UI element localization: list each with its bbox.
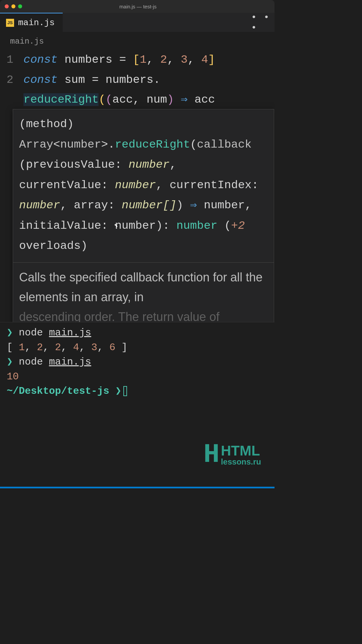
- editor[interactable]: 1const numbers = [1, 2, 3, 4]2const sum …: [0, 49, 275, 110]
- signature-token: number[]: [122, 199, 176, 212]
- terminal-line: [ 1, 2, 2, 4, 3, 6 ]: [7, 340, 268, 355]
- line-number: 2: [0, 70, 23, 90]
- code-token: ]: [208, 53, 215, 66]
- signature-token: (: [190, 138, 197, 151]
- watermark-subtitle: lessons.ru: [221, 458, 261, 466]
- signature-token: Array: [19, 138, 53, 151]
- signature-token: (previousValue:: [19, 158, 128, 171]
- code-token: numbers: [64, 53, 119, 66]
- signature-token: callback: [197, 138, 252, 151]
- code-token: ): [167, 93, 174, 106]
- code-token: 4: [201, 53, 208, 66]
- terminal-prompt-icon: ❯: [7, 356, 13, 368]
- watermark-logo-icon: H: [203, 441, 217, 468]
- close-window-button[interactable]: [5, 4, 9, 8]
- hover-description: Calls the specified callback function fo…: [13, 262, 274, 328]
- code-content[interactable]: reduceRight((acc, num) ⇒ acc: [23, 90, 275, 110]
- signature-token: reduceRight: [115, 138, 190, 151]
- signature-token: number: [176, 219, 217, 232]
- code-token: ⇒: [181, 93, 187, 106]
- signature-token: ⇒: [190, 199, 197, 212]
- terminal-line: ❯ node main.js: [7, 326, 268, 340]
- signature-token: +2: [231, 219, 245, 232]
- signature-token: >.: [101, 138, 115, 151]
- hover-signature: (method) Array<number>.reduceRight(callb…: [13, 109, 274, 262]
- status-bar[interactable]: [0, 487, 275, 488]
- tabbar-fill: [63, 13, 251, 32]
- terminal-filename: main.js: [49, 356, 91, 368]
- terminal-prompt-icon: ❯: [7, 327, 13, 338]
- terminal-output: 10: [7, 371, 19, 382]
- terminal-prompt-icon: ❯: [115, 385, 121, 397]
- code-content[interactable]: const sum = numbers.: [23, 70, 275, 90]
- tab-overflow-button[interactable]: • • •: [251, 13, 275, 32]
- code-token: ,: [146, 53, 160, 66]
- code-token: 3: [181, 53, 187, 66]
- hover-description-text: Calls the specified callback function fo…: [19, 267, 268, 307]
- signature-token: number: [19, 199, 60, 212]
- watermark: H HTML lessons.ru: [203, 441, 261, 468]
- code-token: acc: [188, 93, 222, 106]
- terminal-command: node: [19, 327, 49, 338]
- terminal-line: ~/Desktop/test-js ❯: [7, 384, 268, 399]
- titlebar: main.js — test-js: [0, 0, 275, 13]
- tab-main-js[interactable]: JS main.js: [0, 13, 63, 32]
- terminal-line: 10: [7, 370, 268, 384]
- terminal-line: ❯ node main.js: [7, 355, 268, 370]
- code-token: ,: [167, 53, 181, 66]
- tab-label: main.js: [18, 18, 55, 28]
- code-line[interactable]: 1const numbers = [1, 2, 3, 4]: [0, 50, 275, 70]
- terminal-output: [ 1, 2, 2, 4, 3, 6 ]: [7, 342, 127, 353]
- signature-token: , currentIndex:: [156, 179, 258, 192]
- breadcrumb-file: main.js: [10, 37, 44, 46]
- maximize-window-button[interactable]: [18, 4, 22, 8]
- code-token: 2: [160, 53, 167, 66]
- window-title: main.js — test-js: [22, 4, 254, 9]
- code-token: [174, 93, 181, 106]
- javascript-icon: JS: [6, 19, 14, 27]
- code-token: =: [119, 53, 133, 66]
- line-number: [0, 90, 23, 110]
- code-token: ,: [188, 53, 201, 66]
- breadcrumb[interactable]: main.js: [0, 32, 275, 49]
- line-number: 1: [0, 50, 23, 70]
- code-token: [: [133, 53, 139, 66]
- signature-token: (method): [19, 118, 74, 130]
- code-token: = numbers.: [92, 73, 160, 86]
- signature-token: <: [53, 138, 60, 151]
- signature-token: overloads): [19, 239, 87, 252]
- watermark-text: HTML lessons.ru: [221, 444, 261, 466]
- signature-token: , array:: [60, 199, 122, 212]
- traffic-lights: [5, 4, 22, 8]
- tab-bar: JS main.js • • •: [0, 13, 275, 32]
- watermark-title: HTML: [221, 444, 261, 458]
- terminal-cwd: ~/Desktop/test-js: [7, 385, 115, 397]
- code-token: (: [99, 93, 105, 106]
- terminal-cursor[interactable]: [123, 386, 127, 396]
- signature-token: ): [176, 199, 190, 212]
- hover-tooltip[interactable]: (method) Array<number>.reduceRight(callb…: [13, 109, 274, 329]
- signature-token: number: [128, 158, 169, 171]
- code-token: reduceRight: [23, 93, 99, 106]
- signature-token: number: [115, 179, 156, 192]
- signature-token: number: [60, 138, 101, 151]
- code-token: const: [23, 53, 64, 66]
- code-line[interactable]: 2const sum = numbers.: [0, 70, 275, 90]
- code-token: 1: [140, 53, 146, 66]
- signature-token: (: [218, 219, 231, 232]
- code-token: sum: [64, 73, 92, 86]
- code-line[interactable]: reduceRight((acc, num) ⇒ acc: [0, 90, 275, 110]
- terminal-command: node: [19, 356, 49, 368]
- code-token: const: [23, 73, 64, 86]
- minimize-window-button[interactable]: [11, 4, 15, 8]
- code-token: (: [106, 93, 112, 106]
- code-token: acc, num: [112, 93, 167, 106]
- code-content[interactable]: const numbers = [1, 2, 3, 4]: [23, 50, 275, 70]
- terminal-filename: main.js: [49, 327, 91, 338]
